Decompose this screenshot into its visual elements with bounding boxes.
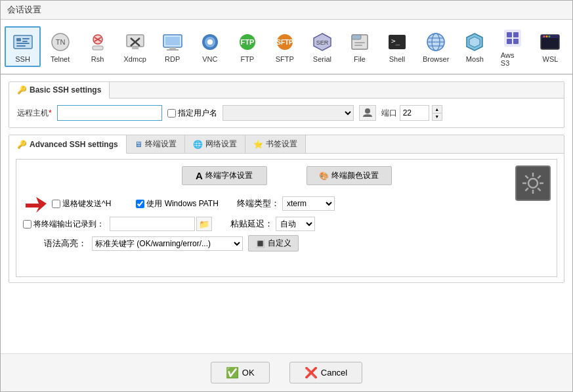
- svg-text:TN: TN: [55, 38, 65, 46]
- proto-browser[interactable]: Browser: [417, 26, 456, 67]
- awss3-icon: [501, 26, 524, 50]
- windows-path-label[interactable]: 使用 Windows PATH: [136, 198, 219, 209]
- paste-delay-group: 粘贴延迟： 自动 无 低 高: [230, 217, 315, 231]
- svg-line-59: [525, 175, 528, 178]
- network-tab[interactable]: 🌐 网络设置: [185, 135, 245, 153]
- svg-point-22: [207, 39, 213, 45]
- paste-delay-select[interactable]: 自动 无 低 高: [276, 217, 315, 231]
- terminal-font-label: 终端字体设置: [205, 170, 253, 181]
- proto-sftp[interactable]: SFTP SFTP: [266, 26, 303, 67]
- proto-sftp-label: SFTP: [276, 55, 294, 63]
- adv-ssh-tab[interactable]: 🔑 Advanced SSH settings: [9, 135, 127, 154]
- terminal-tab[interactable]: 🖥 终端设置: [127, 135, 185, 153]
- proto-awss3-label: Aws S3: [501, 51, 524, 67]
- svg-line-60: [538, 188, 540, 190]
- proto-vnc[interactable]: VNC: [192, 26, 228, 67]
- options-row2: 将终端输出记录到： 📁 粘贴延迟： 自动 无: [23, 217, 550, 231]
- basic-ssh-tab[interactable]: 🔑 Basic SSH settings: [9, 82, 110, 98]
- proto-telnet[interactable]: TN Telnet: [42, 26, 78, 67]
- log-path-input[interactable]: [110, 217, 195, 231]
- port-up-button[interactable]: ▲: [433, 106, 442, 114]
- svg-rect-17: [165, 37, 180, 45]
- svg-point-50: [546, 35, 548, 37]
- terminal-font-icon: A: [196, 170, 203, 181]
- terminal-color-icon: 🎨: [319, 171, 329, 181]
- ftp-icon: FTP: [236, 30, 259, 54]
- basic-tab-header: 🔑 Basic SSH settings: [9, 82, 564, 98]
- proto-rsh[interactable]: Rsh: [79, 26, 116, 67]
- options-row1: 退格键发送^H 使用 Windows PATH 终端类型：: [23, 194, 550, 213]
- options-row3: 语法高亮： 标准关键字 (OK/warning/error/...) 无 自定义…: [23, 235, 550, 251]
- terminal-buttons-row: A 终端字体设置 🎨 终端颜色设置: [23, 166, 550, 185]
- adv-inner-container: A 终端字体设置 🎨 终端颜色设置: [16, 159, 557, 277]
- log-output-label[interactable]: 将终端输出记录到：: [23, 219, 104, 230]
- svg-rect-4: [16, 43, 30, 44]
- basic-tab-label: Basic SSH settings: [30, 85, 101, 95]
- custom-button[interactable]: 🔳 自定义: [248, 235, 299, 251]
- basic-tab-content: 远程主机* 指定用户名 端口 ▲ ▼: [9, 98, 564, 127]
- log-output-checkbox[interactable]: [23, 220, 32, 229]
- rdp-icon: [161, 30, 184, 54]
- cancel-icon: ❌: [305, 366, 318, 379]
- gear-big-icon: [520, 170, 546, 196]
- proto-ssh-label: SSH: [15, 55, 30, 63]
- terminal-color-label: 终端颜色设置: [331, 170, 379, 181]
- required-star: *: [49, 108, 52, 118]
- bookmark-tab[interactable]: ⭐ 书签设置: [245, 135, 306, 153]
- backspace-checkbox[interactable]: [52, 200, 60, 208]
- specify-username-label[interactable]: 指定用户名: [167, 108, 217, 119]
- proto-shell[interactable]: >_ Shell: [379, 26, 415, 67]
- port-down-button[interactable]: ▼: [433, 114, 442, 121]
- proto-wsl[interactable]: WSL: [532, 26, 568, 67]
- folder-browse-button[interactable]: 📁: [196, 217, 212, 231]
- terminal-font-button[interactable]: A 终端字体设置: [182, 166, 267, 185]
- proto-rdp-label: RDP: [165, 55, 180, 63]
- basic-ssh-panel: 🔑 Basic SSH settings 远程主机* 指定用户名: [9, 81, 564, 128]
- svg-text:SER: SER: [316, 39, 329, 46]
- syntax-select[interactable]: 标准关键字 (OK/warning/error/...) 无 自定义: [92, 236, 243, 251]
- svg-point-52: [365, 108, 370, 114]
- proto-file[interactable]: File: [341, 26, 377, 67]
- proto-ftp-label: FTP: [240, 55, 254, 63]
- proto-xdmcp[interactable]: Xdmcp: [117, 26, 153, 67]
- username-dropdown[interactable]: [223, 105, 354, 121]
- svg-line-62: [525, 188, 528, 190]
- backspace-group: 退格键发送^H: [23, 194, 111, 213]
- network-icon: 🌐: [193, 140, 203, 149]
- windows-path-checkbox[interactable]: [136, 200, 144, 208]
- proto-rdp[interactable]: RDP: [154, 26, 190, 67]
- proto-ftp[interactable]: FTP FTP: [229, 26, 265, 67]
- terminal-type-select[interactable]: xterm vt100 vt220 linux ansi: [282, 196, 335, 211]
- user-icon-button[interactable]: [359, 105, 376, 121]
- footer-bar: ✅ OK ❌ Cancel: [1, 353, 572, 391]
- remote-host-label: 远程主机*: [17, 108, 52, 119]
- terminal-label: 终端设置: [145, 139, 177, 150]
- proto-ssh[interactable]: SSH: [5, 26, 41, 67]
- svg-point-49: [543, 35, 545, 37]
- ok-label: OK: [242, 368, 255, 378]
- proto-awss3[interactable]: Aws S3: [494, 22, 531, 71]
- proto-rsh-label: Rsh: [91, 55, 104, 63]
- backspace-label[interactable]: 退格键发送^H: [52, 198, 111, 209]
- gear-settings-button[interactable]: [515, 165, 551, 201]
- remote-host-input[interactable]: [57, 105, 162, 121]
- svg-point-51: [549, 35, 551, 37]
- ok-button[interactable]: ✅ OK: [211, 362, 270, 383]
- svg-rect-44: [513, 32, 519, 37]
- cancel-button[interactable]: ❌ Cancel: [289, 362, 362, 383]
- port-group: 端口 ▲ ▼: [381, 105, 442, 121]
- svg-rect-43: [507, 32, 512, 37]
- terminal-color-button[interactable]: 🎨 终端颜色设置: [307, 166, 392, 185]
- custom-label: 自定义: [268, 238, 291, 249]
- session-settings-dialog: 会话设置 SSH TN: [0, 0, 573, 392]
- svg-rect-19: [167, 49, 179, 51]
- svg-point-54: [528, 179, 538, 188]
- port-input[interactable]: [400, 105, 429, 121]
- advanced-tab-header: 🔑 Advanced SSH settings 🖥 终端设置 🌐 网络设置 ⭐ …: [9, 135, 564, 154]
- browser-icon: [424, 30, 448, 54]
- proto-mosh[interactable]: Mosh: [457, 26, 493, 67]
- svg-marker-41: [469, 37, 480, 47]
- proto-serial[interactable]: SER Serial: [304, 26, 340, 67]
- adv-ssh-icon: 🔑: [17, 140, 27, 149]
- specify-username-checkbox[interactable]: [167, 109, 176, 118]
